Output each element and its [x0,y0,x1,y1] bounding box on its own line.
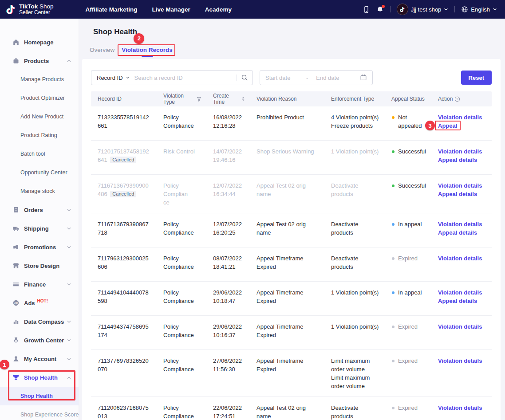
chevron-down-icon [493,7,497,12]
mobile-app-icon[interactable] [363,6,370,13]
filter-icon[interactable] [196,96,202,102]
navlink-affiliate-marketing[interactable]: Affiliate Marketing [86,6,138,13]
sidebar-group-products: Products Manage ProductsProduct Optimize… [0,51,79,200]
shop-account-menu[interactable]: Jjj test shop [397,4,449,15]
record-search-group[interactable]: Record ID Search a record ID [91,70,253,85]
sidebar-subitem-manage-products[interactable]: Manage Products [0,70,79,89]
action-link-violation-details[interactable]: Violation details [438,322,482,331]
date-range-picker[interactable]: Start date - End date [260,70,373,85]
action-link-appeal-details[interactable]: Appeal details [438,228,477,237]
cell-violation-reason: Appeal Timeframe Expired [250,357,324,373]
tiktok-shop-logo[interactable]: TikTok Shop Seller Center [5,4,54,16]
svg-text:AD: AD [14,302,18,304]
sidebar-item-products[interactable]: Products [0,51,79,70]
action-link-violation-details[interactable]: Violation details [438,147,482,156]
cell-violation-reason: Appeal Timeframe Expired [250,322,324,339]
sidebar-item-ads[interactable]: AD Ads HOT! [0,294,79,312]
sidebar-subitem-manage-stock[interactable]: Manage stock [0,182,79,200]
chevron-down-icon [67,357,71,361]
sidebar-item-homepage[interactable]: Homepage [0,33,79,51]
action-link-violation-details[interactable]: Violation details [438,288,482,297]
sidebar-item-data-compass[interactable]: Data Compass [0,312,79,331]
cell-enforcement-type: 1 Violation point(s) [324,322,385,331]
sidebar-item-promotions[interactable]: Promotions [0,238,79,256]
start-date-input[interactable]: Start date [265,75,306,81]
sidebar-group-data-compass: Data Compass [0,312,79,331]
sidebar-subitem-product-optimizer[interactable]: Product Optimizer [0,89,79,107]
notifications-bell-icon[interactable] [376,6,384,13]
action-link-appeal-details[interactable]: Appeal details [438,297,477,305]
sidebar-item-shipping[interactable]: Shipping [0,219,79,238]
search-icon[interactable] [241,74,248,81]
my-account-icon [12,355,20,362]
action-link-appeal-details[interactable]: Appeal details [438,190,477,198]
help-icon[interactable]: ? [454,96,460,102]
status-dot-blue [392,223,395,226]
action-link-appeal[interactable]: Appeal3 [438,122,457,130]
sidebar-item-finance[interactable]: Finance [0,275,79,294]
products-icon [12,57,20,64]
cell-enforcement-type: 1 Violation point(s) [324,288,385,297]
table-row: 7116713679390867718 PolicyCompliance 12/… [91,213,492,247]
sort-icon[interactable] [241,96,245,102]
record-id-value: 7113776978326520070 [98,357,149,373]
sidebar-item-store-design[interactable]: Store Design [0,256,79,275]
cell-violation-type: PolicyCompliance [157,113,206,130]
sidebar-subitem-opportunity-center[interactable]: Opportunity Center [0,163,79,182]
cell-create-time: 12/07/2022 16:34:44 [206,181,250,198]
cell-record-id: 7112006237168075013 [91,404,157,420]
tab-violation-records[interactable]: Violation Records 2 [120,46,174,59]
calendar-icon[interactable] [360,74,367,81]
action-link-violation-details[interactable]: Violation details [438,181,482,190]
action-link-violation-details[interactable]: Violation details [438,357,482,365]
chevron-up-icon [67,59,71,63]
cell-violation-type: PolicyCompliance [157,220,206,237]
svg-text:?: ? [457,98,458,101]
create-date: 08/07/2022 [213,254,245,263]
action-link-appeal-details[interactable]: Appeal details [438,156,477,164]
cell-record-id: 7117963129300025606 [91,254,157,271]
cell-violation-type: Risk Control [157,147,206,156]
navlink-live-manager[interactable]: Live Manager [152,6,190,13]
create-clock: 12:16:28 [213,122,245,130]
cell-record-id: 7116713679390867718 [91,220,157,237]
language-menu[interactable]: English [461,6,497,13]
navlink-academy[interactable]: Academy [205,6,232,13]
sidebar-item-label: Data Compass [24,318,64,325]
cell-violation-type: PolicyCompliance [157,404,206,420]
sidebar-subitem-shop-health[interactable]: Shop Health [0,387,79,405]
sidebar-item-growth-center[interactable]: Growth Center [0,331,79,349]
cell-appeal-status: Expired [385,254,431,263]
action-link-violation-details[interactable]: Violation details [438,220,482,228]
sidebar-subitem-add-new-product[interactable]: Add New Product [0,107,79,126]
search-input[interactable]: Search a record ID [134,75,234,81]
cell-appeal-status: Successful [385,147,431,156]
end-date-input[interactable]: End date [316,75,357,81]
sidebar-item-my-account[interactable]: My Account [0,349,79,368]
cancelled-badge: Cancelled [110,191,136,197]
reset-button[interactable]: Reset [461,71,492,85]
cell-action: Violation details [431,357,492,365]
sidebar-item-label: My Account [24,356,56,362]
tab-overview[interactable]: Overview [88,46,116,59]
cell-violation-reason: Appeal Test 02 orig name [250,220,324,237]
search-category-dropdown[interactable]: Record ID [97,75,130,81]
tiktok-note-icon [5,4,16,16]
action-link-violation-details[interactable]: Violation details [438,254,482,263]
sidebar-item-shop-health[interactable]: Shop Health [0,368,79,387]
cell-create-time: 12/07/2022 16:20:25 [206,220,250,237]
cell-create-time: 08/07/2022 18:41:21 [206,254,250,271]
sidebar-subitem-batch-tool[interactable]: Batch tool [0,145,79,163]
status-dot-blue [392,291,395,294]
cell-record-id: 7114494374758695174 [91,322,157,339]
sidebar-item-orders[interactable]: Orders [0,200,79,219]
action-link-violation-details[interactable]: Violation details [438,404,482,412]
sidebar-subitem-product-rating[interactable]: Product Rating [0,126,79,145]
cell-enforcement-type: Deactivate products [324,404,385,420]
col-create-time: Create Time [206,93,250,105]
orders-icon [12,206,20,213]
cell-enforcement-type: 4 Violation point(s)Freeze products [324,113,385,130]
action-link-violation-details[interactable]: Violation details [438,113,482,122]
sidebar-subitem-shop-experience-score[interactable]: Shop Experience Score [0,405,79,420]
create-date: 14/07/2022 [213,147,245,156]
